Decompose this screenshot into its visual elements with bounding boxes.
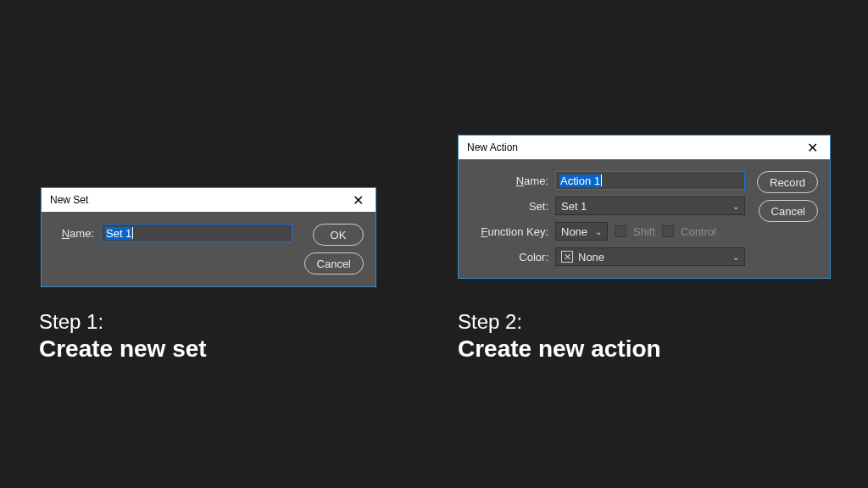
cancel-button[interactable]: Cancel xyxy=(304,252,364,274)
text-caret xyxy=(601,175,602,186)
dialog-title: New Set xyxy=(50,194,88,206)
button-column: Record Cancel xyxy=(757,171,818,222)
row-function-key: Function Key: None ⌄ Shift Control xyxy=(470,222,745,241)
function-key-label: Function Key: xyxy=(470,225,548,238)
name-value: Set 1 xyxy=(105,227,132,240)
chevron-down-icon: ⌄ xyxy=(732,252,739,262)
color-value-wrap: ✕ None xyxy=(561,251,604,263)
set-value: Set 1 xyxy=(561,200,587,213)
name-input[interactable]: Action 1 xyxy=(555,171,745,190)
text-caret xyxy=(132,227,133,239)
titlebar: New Action ✕ xyxy=(459,136,830,159)
function-key-select[interactable]: None ⌄ xyxy=(555,222,608,241)
close-icon[interactable]: ✕ xyxy=(345,192,370,208)
shift-label: Shift xyxy=(633,225,655,238)
name-input[interactable]: Set 1 xyxy=(101,224,292,242)
chevron-down-icon: ⌄ xyxy=(595,227,602,236)
step-title: Create new set xyxy=(39,336,207,363)
shift-checkbox[interactable] xyxy=(615,225,626,237)
color-label: Color: xyxy=(470,251,548,263)
row-color: Color: ✕ None ⌄ xyxy=(470,247,745,266)
record-button[interactable]: Record xyxy=(757,171,818,193)
new-set-dialog: New Set ✕ Name: Set 1 OK Cancel xyxy=(41,187,376,287)
step-label: Step 2: xyxy=(458,310,661,334)
name-label: Name: xyxy=(470,175,548,187)
step-label: Step 1: xyxy=(39,310,207,334)
none-swatch-icon: ✕ xyxy=(561,251,573,263)
color-select[interactable]: ✕ None ⌄ xyxy=(555,247,745,266)
button-column: OK Cancel xyxy=(304,224,364,274)
caption-step1: Step 1: Create new set xyxy=(39,310,207,363)
chevron-down-icon: ⌄ xyxy=(732,202,739,211)
ok-button[interactable]: OK xyxy=(313,224,364,246)
row-set: Set: Set 1 ⌄ xyxy=(470,197,745,215)
row-name: Name: Action 1 xyxy=(470,171,745,190)
row-name: Name: Set 1 xyxy=(53,224,292,242)
step-title: Create new action xyxy=(458,336,661,363)
cancel-button[interactable]: Cancel xyxy=(759,200,818,222)
caption-step2: Step 2: Create new action xyxy=(458,310,661,363)
color-value: None xyxy=(578,251,604,263)
name-value: Action 1 xyxy=(559,175,601,187)
set-select[interactable]: Set 1 ⌄ xyxy=(555,197,745,215)
name-label: Name: xyxy=(53,227,94,240)
dialog-title: New Action xyxy=(467,141,518,153)
dialog-body: Name: Action 1 Set: Set 1 ⌄ Function Key… xyxy=(459,159,830,278)
fields: Name: Set 1 xyxy=(53,224,292,242)
close-icon[interactable]: ✕ xyxy=(799,140,825,156)
control-checkbox[interactable] xyxy=(662,225,674,237)
dialog-body: Name: Set 1 OK Cancel xyxy=(42,212,376,286)
set-label: Set: xyxy=(470,200,548,213)
control-label: Control xyxy=(681,225,716,238)
titlebar: New Set ✕ xyxy=(42,188,376,212)
fields: Name: Action 1 Set: Set 1 ⌄ Function Key… xyxy=(470,171,745,266)
new-action-dialog: New Action ✕ Name: Action 1 Set: Set 1 ⌄… xyxy=(458,135,831,279)
function-key-value: None xyxy=(561,225,587,238)
